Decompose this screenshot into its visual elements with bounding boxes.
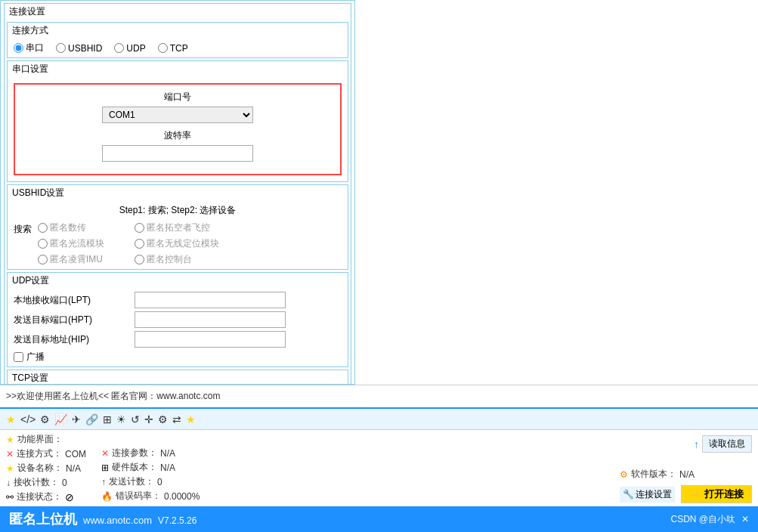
device-radio-input-2[interactable] <box>38 239 48 249</box>
device-radio-input-5[interactable] <box>135 255 144 264</box>
baud-field-group: 波特率 115200 <box>27 129 328 162</box>
toolbar-icon-refresh[interactable]: ↺ <box>131 413 140 425</box>
send-count-label: 发送计数： <box>109 475 154 488</box>
software-version-label: 软件版本： <box>631 468 676 481</box>
remote-addr-label: 发送目标地址(HIP) <box>14 333 135 346</box>
device-name-row: ★ 设备名称： N/A <box>6 462 86 475</box>
arrow-up-icon: ↑ <box>694 438 699 450</box>
remote-addr-row: 发送目标地址(HIP) <box>14 331 342 348</box>
bottom-toolbar: ★ </> ⚙ 📈 ✈ 🔗 ⊞ ☀ ↺ ✛ ⚙ ⇄ ★ <box>0 409 758 430</box>
device-radio-input-4[interactable] <box>38 255 48 264</box>
spacer2 <box>620 454 752 466</box>
toolbar-icon-sun[interactable]: ☀ <box>116 413 126 425</box>
hardware-version-row: ⊞ 硬件版本： N/A <box>101 461 200 474</box>
device-label-4: 匿名凌霄IMU <box>50 253 103 266</box>
radio-udp[interactable]: UDP <box>114 43 145 54</box>
toolbar-icon-plane[interactable]: ✈ <box>72 413 81 425</box>
device-radio-0[interactable]: 匿名数传 <box>38 221 122 234</box>
remote-addr-input[interactable] <box>135 331 286 348</box>
footer-right: CSDN @自小呔 ✕ <box>670 513 749 526</box>
device-label-3: 匿名无线定位模块 <box>147 237 219 250</box>
broadcast-label: 广播 <box>26 351 45 363</box>
toolbar-icon-chart[interactable]: 📈 <box>54 413 67 425</box>
close-icon[interactable]: ✕ <box>741 514 749 524</box>
connection-params-icon: ✕ <box>101 448 109 459</box>
radio-serial-label: 串口 <box>26 42 44 54</box>
radio-usbhid[interactable]: USBHID <box>56 43 102 54</box>
device-radio-grid: 匿名数传 匿名拓空者飞控 匿名光流模块 <box>38 221 219 266</box>
connection-method-icon: ✕ <box>6 449 14 459</box>
connection-type-section: 连接方式 串口 USBHID UDP <box>7 22 348 58</box>
local-port-row: 本地接收端口(LPT) 0 <box>14 292 342 308</box>
toolbar-icon-swap[interactable]: ⇄ <box>172 413 181 425</box>
open-connection-button[interactable]: ⚡ 打开连接 <box>681 485 752 503</box>
toolbar-icon-star[interactable]: ★ <box>186 413 196 425</box>
device-radio-2[interactable]: 匿名光流模块 <box>38 237 122 250</box>
search-label: 搜索 <box>14 221 32 236</box>
toolbar-icon-link[interactable]: 🔗 <box>85 413 98 425</box>
hardware-version-value: N/A <box>160 462 175 473</box>
radio-tcp[interactable]: TCP <box>158 43 188 54</box>
baud-input[interactable]: 115200 <box>102 145 253 162</box>
device-radio-3[interactable]: 匿名无线定位模块 <box>135 237 219 250</box>
toolbar-icon-code[interactable]: </> <box>20 413 36 425</box>
recv-count-label: 接收计数： <box>14 476 59 489</box>
error-rate-label: 错误码率： <box>116 490 161 503</box>
radio-usbhid-input[interactable] <box>56 43 66 53</box>
device-radio-input-0[interactable] <box>38 223 48 233</box>
remote-port-input[interactable]: 0 <box>135 311 286 328</box>
usbhid-step-label: Step1: 搜索; Step2: 选择设备 <box>14 204 342 217</box>
hardware-version-label: 硬件版本： <box>112 461 157 474</box>
send-count-row: ↑ 发送计数： 0 <box>101 475 200 488</box>
info-col-2: ✕ 连接参数： N/A ⊞ 硬件版本： N/A ↑ 发送计数： 0 🔥 错误码率… <box>101 433 200 503</box>
radio-udp-input[interactable] <box>114 43 124 53</box>
connection-state-icon: ⚯ <box>6 492 14 503</box>
device-radio-1[interactable]: 匿名拓空者飞控 <box>135 221 219 234</box>
connection-method-label: 连接方式： <box>17 447 62 460</box>
func-interface-icon: ★ <box>6 435 14 445</box>
welcome-text: >>欢迎使用匿名上位机<< 匿名官网：www.anotc.com <box>6 390 220 403</box>
recv-count-icon: ↓ <box>6 478 11 488</box>
device-radio-4[interactable]: 匿名凌霄IMU <box>38 253 122 266</box>
status-bar-top: >>欢迎使用匿名上位机<< 匿名官网：www.anotc.com <box>0 385 758 407</box>
right-panel <box>355 0 758 385</box>
bottom-panel: ★ </> ⚙ 📈 ✈ 🔗 ⊞ ☀ ↺ ✛ ⚙ ⇄ ★ ★ 功能界面： ✕ 连接… <box>0 407 758 532</box>
udp-section: UDP设置 本地接收端口(LPT) 0 发送目标端口(HPT) 0 发送目标地址… <box>7 272 348 367</box>
device-radio-input-1[interactable] <box>135 223 144 233</box>
software-version-row: ⚙ 软件版本： N/A <box>620 468 752 481</box>
port-label: 端口号 <box>164 91 191 104</box>
device-radio-5[interactable]: 匿名控制台 <box>135 253 219 266</box>
device-label-2: 匿名光流模块 <box>50 237 104 250</box>
radio-tcp-input[interactable] <box>158 43 168 53</box>
port-select[interactable]: COM1 COM2 COM3 <box>102 107 253 123</box>
recv-count-row: ↓ 接收计数： 0 <box>6 476 86 489</box>
toolbar-icon-network[interactable]: ⚙ <box>40 413 50 425</box>
bottom-info-area: ★ 功能界面： ✕ 连接方式： COM ★ 设备名称： N/A ↓ 接收计数： … <box>0 430 758 506</box>
device-radio-input-3[interactable] <box>135 239 144 249</box>
radio-serial[interactable]: 串口 <box>14 42 44 54</box>
info-col-1: ★ 功能界面： ✕ 连接方式： COM ★ 设备名称： N/A ↓ 接收计数： … <box>6 433 86 503</box>
toolbar-icon-func[interactable]: ★ <box>6 413 16 425</box>
toolbar-icon-grid[interactable]: ⊞ <box>103 413 112 425</box>
local-port-input[interactable]: 0 <box>135 292 286 308</box>
broadcast-checkbox[interactable] <box>14 352 23 362</box>
software-icon: ⚙ <box>620 469 628 480</box>
toolbar-icon-gear[interactable]: ⚙ <box>158 413 168 425</box>
read-info-button[interactable]: 读取信息 <box>702 435 752 453</box>
local-port-label: 本地接收端口(LPT) <box>14 294 135 307</box>
connection-settings-button[interactable]: 🔧 连接设置 <box>620 487 675 503</box>
lightning-icon: ⚡ <box>689 489 701 500</box>
info-col-3: ↑ 读取信息 ⚙ 软件版本： N/A 🔧 连接设置 ⚡ 打开连接 <box>620 433 752 503</box>
radio-serial-input[interactable] <box>14 43 23 53</box>
udp-content: 本地接收端口(LPT) 0 发送目标端口(HPT) 0 发送目标地址(HIP) … <box>8 289 348 367</box>
error-rate-icon: 🔥 <box>101 491 113 502</box>
connection-method-value: COM <box>65 449 86 459</box>
serial-red-box: 端口号 COM1 COM2 COM3 波特率 115200 <box>14 83 342 175</box>
usbhid-title: USBHID设置 <box>8 185 348 201</box>
toolbar-icon-move[interactable]: ✛ <box>144 413 153 425</box>
device-name-icon: ★ <box>6 463 14 474</box>
remote-port-label: 发送目标端口(HPT) <box>14 314 135 326</box>
radio-usbhid-label: USBHID <box>68 43 102 54</box>
software-version-value: N/A <box>679 469 695 480</box>
device-name-label: 设备名称： <box>17 462 63 475</box>
